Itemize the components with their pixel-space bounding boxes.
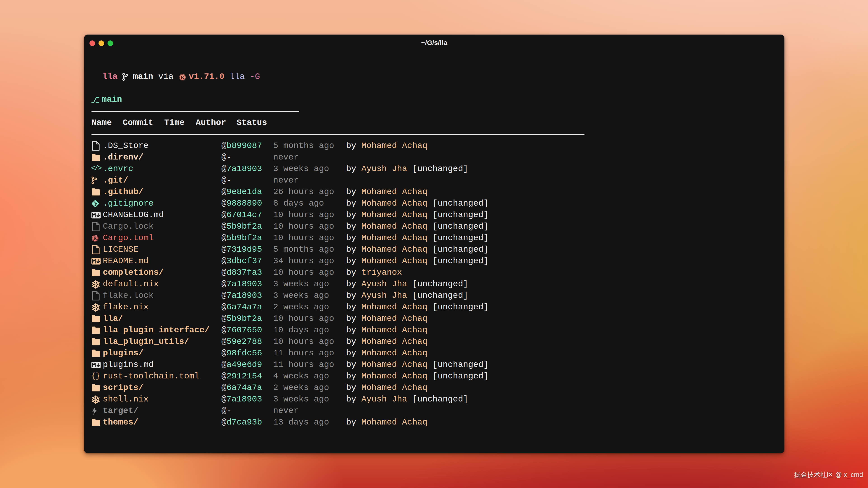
svg-text:R: R <box>181 75 184 80</box>
svg-text:R: R <box>93 236 97 241</box>
